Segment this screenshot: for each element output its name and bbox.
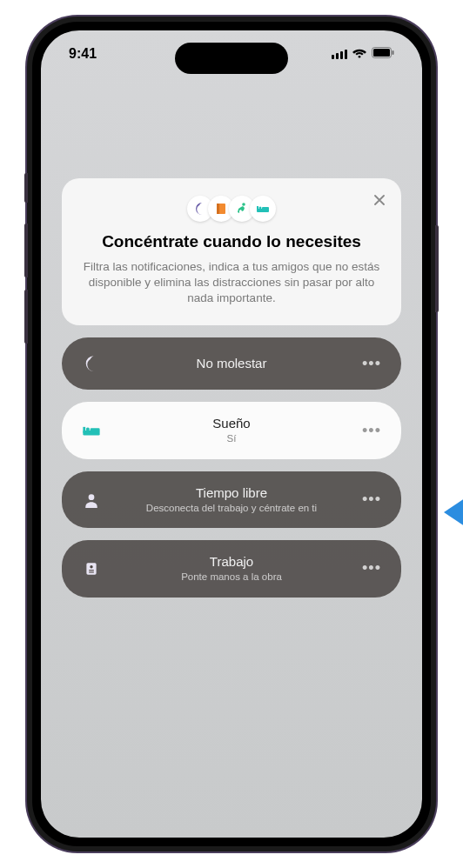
side-buttons-left: [24, 173, 28, 356]
more-icon[interactable]: •••: [359, 559, 384, 578]
wifi-icon: [352, 46, 366, 62]
more-icon[interactable]: •••: [359, 422, 384, 440]
focus-work-label: Trabajo: [111, 554, 352, 570]
focus-sleep-sub: Sí: [111, 432, 352, 444]
focus-personal-label: Tiempo libre: [111, 485, 352, 501]
power-button: [435, 225, 439, 312]
svg-rect-15: [86, 563, 96, 575]
phone-frame: 9:41: [27, 17, 436, 851]
focus-work-sub: Ponte manos a la obra: [111, 571, 352, 583]
svg-rect-13: [91, 428, 100, 431]
svg-rect-2: [393, 50, 394, 55]
svg-rect-7: [257, 206, 258, 210]
bed-icon: [250, 196, 276, 222]
focus-dnd[interactable]: No molestar •••: [62, 337, 401, 390]
dynamic-island: [175, 43, 288, 74]
intro-title: Concéntrate cuando lo necesites: [83, 232, 380, 252]
svg-point-5: [242, 203, 245, 206]
focus-personal[interactable]: Tiempo libre Desconecta del trabajo y cé…: [62, 471, 401, 528]
svg-point-12: [86, 428, 90, 431]
svg-point-14: [89, 494, 95, 500]
intro-icon-row: [83, 196, 380, 222]
focus-dnd-label: No molestar: [111, 356, 352, 371]
focus-work[interactable]: Trabajo Ponte manos a la obra •••: [62, 540, 401, 597]
focus-sleep[interactable]: Sueño Sí •••: [62, 402, 401, 458]
intro-card: Concéntrate cuando lo necesites Filtra l…: [62, 178, 401, 325]
intro-description: Filtra las notificaciones, indica a tus …: [83, 259, 380, 307]
focus-personal-sub: Desconecta del trabajo y céntrate en ti: [111, 502, 352, 514]
svg-rect-4: [217, 204, 219, 214]
svg-point-16: [90, 565, 92, 568]
svg-rect-17: [89, 570, 94, 571]
battery-icon: [372, 46, 394, 62]
close-icon[interactable]: [370, 190, 389, 210]
more-icon[interactable]: •••: [359, 355, 384, 373]
svg-rect-9: [262, 207, 269, 210]
svg-rect-18: [89, 571, 94, 572]
svg-rect-11: [83, 427, 85, 433]
svg-rect-1: [373, 49, 390, 57]
status-time: 9:41: [69, 46, 130, 62]
focus-sleep-label: Sueño: [111, 416, 352, 431]
more-icon[interactable]: •••: [359, 491, 384, 509]
moon-icon: [79, 355, 104, 372]
screen: 9:41: [41, 30, 422, 838]
signal-icon: [332, 50, 347, 59]
badge-icon: [79, 561, 104, 577]
pointer-arrow: [444, 494, 463, 534]
person-icon: [79, 492, 104, 508]
bed-icon: [79, 421, 104, 440]
svg-point-8: [259, 207, 262, 210]
